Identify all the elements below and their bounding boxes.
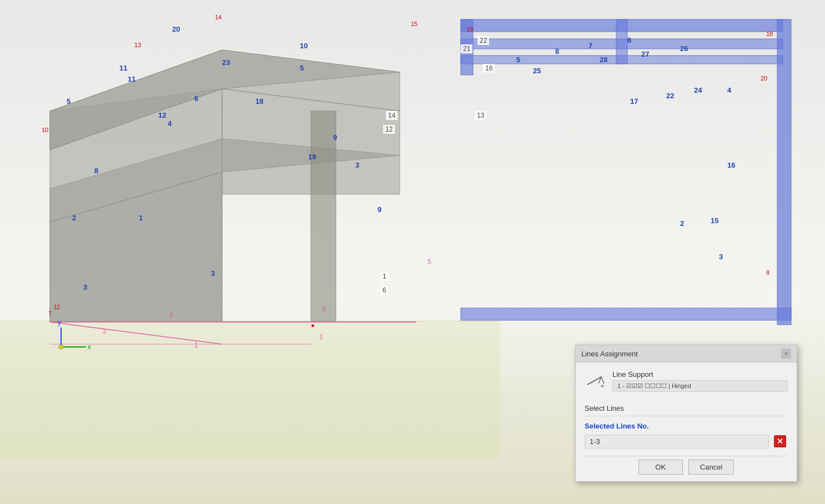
selected-lines-title: Selected Lines No. (585, 422, 788, 430)
svg-line-8 (50, 322, 222, 344)
dialog-close-button[interactable]: × (781, 349, 791, 359)
line-support-value: 1 - ☑☑☑ ☐☐☐☐ | Hinged (612, 380, 788, 392)
svg-rect-6 (311, 111, 336, 322)
clear-selection-button[interactable]: ✕ (772, 434, 788, 449)
ok-button[interactable]: OK (638, 460, 683, 475)
viewport-3d: x y 14 13 10 15 19 18 20 8 20 10 11 11 2… (0, 0, 825, 504)
svg-rect-21 (777, 19, 791, 325)
selected-lines-section: Selected Lines No. ✕ (585, 422, 788, 449)
structure-svg: x y (0, 0, 500, 416)
svg-marker-26 (600, 385, 604, 388)
select-lines-label: Select Lines (585, 404, 624, 412)
line-support-icon (585, 372, 607, 389)
dialog-body: Line Support 1 - ☑☑☑ ☐☐☐☐ | Hinged Selec… (576, 362, 797, 481)
svg-rect-23 (616, 19, 627, 64)
line-support-label: Line Support (612, 370, 653, 379)
selected-lines-input-row: ✕ (585, 434, 788, 449)
dialog-buttons: OK Cancel (585, 456, 788, 475)
svg-text:y: y (58, 319, 61, 326)
lines-assignment-dialog: Lines Assignment × Line Support 1 - ☑☑☑ … (575, 345, 797, 482)
dialog-title: Lines Assignment (581, 350, 638, 358)
clear-icon: ✕ (774, 435, 786, 447)
line-support-row: Line Support 1 - ☑☑☑ ☐☐☐☐ | Hinged (585, 369, 788, 396)
selected-lines-input[interactable] (585, 435, 769, 448)
svg-rect-22 (461, 19, 473, 75)
dialog-titlebar: Lines Assignment × (576, 345, 797, 362)
cancel-button[interactable]: Cancel (688, 460, 734, 475)
svg-line-25 (587, 377, 601, 385)
svg-text:x: x (88, 343, 91, 351)
select-lines-row[interactable]: Select Lines (585, 401, 788, 416)
svg-rect-24 (461, 308, 791, 320)
svg-point-15 (59, 345, 63, 349)
